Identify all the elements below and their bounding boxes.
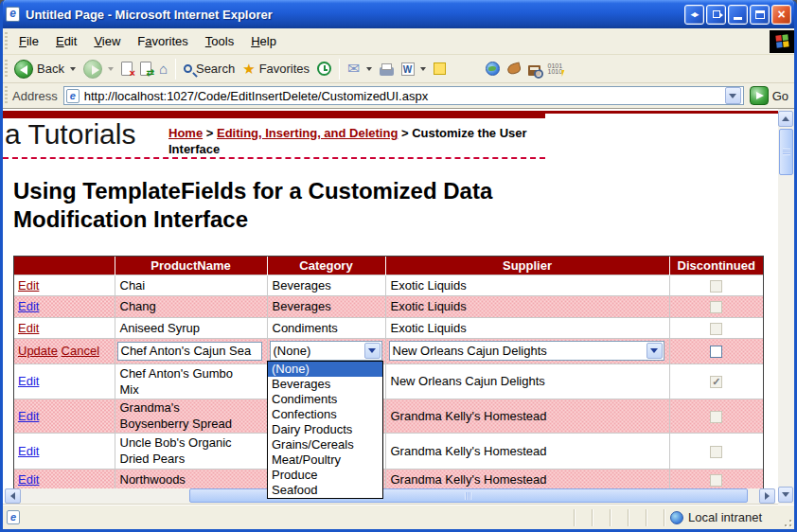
globe-tool-icon [486,62,500,76]
supplier-select-arrow[interactable] [646,343,663,359]
column-header-supplier: Supplier [385,257,669,275]
menu-view[interactable]: View [85,31,129,51]
back-dropdown-icon [70,67,76,71]
product-name: Chang [120,298,245,314]
edit-link[interactable]: Edit [18,472,39,487]
dropdown-option[interactable]: Dairy Products [268,422,382,437]
scroll-left-button[interactable] [5,488,21,504]
breadcrumb-home-link[interactable]: Home [168,126,203,140]
table-header-row: ProductName Category Supplier Discontinu… [14,257,763,275]
book-search-icon [528,65,540,76]
dropdown-option[interactable]: (None) [268,362,382,377]
toolbar-grip[interactable] [5,60,8,79]
favorites-star-icon: ★ [242,62,255,77]
menu-edit[interactable]: Edit [47,31,85,51]
vertical-scrollbar[interactable] [778,109,794,505]
close-icon: × [777,7,785,22]
horizontal-scrollbar[interactable] [5,488,775,504]
table-row: Edit Uncle Bob's Organic Dried Pears Gra… [14,433,763,469]
edit-link[interactable]: Edit [18,321,39,335]
edit-link[interactable]: Edit [18,299,39,313]
word-icon: W [401,62,415,76]
mail-button[interactable]: ✉ [344,58,375,80]
scroll-right-button[interactable] [759,488,775,504]
addon-reference-button[interactable] [524,61,544,78]
back-button[interactable]: Back [10,58,80,80]
refresh-button[interactable]: ⇄ [136,60,155,78]
dashed-divider [3,157,545,159]
category-select-arrow[interactable] [364,343,381,359]
title-bar[interactable]: e Untitled Page - Microsoft Internet Exp… [0,0,797,28]
chevron-down-icon [729,94,736,98]
menu-favorites[interactable]: Favorites [129,31,196,51]
menubar-grip[interactable] [5,32,8,51]
supplier-cell: Exotic Liquids [385,275,669,295]
menu-file[interactable]: File [10,31,47,51]
vertical-scroll-thumb[interactable] [779,129,793,175]
stop-button[interactable]: × [117,60,136,78]
table-row: Edit Chai Beverages Exotic Liquids [14,275,763,295]
discuss-button[interactable] [430,61,450,77]
address-input[interactable]: e http://localhost:1027/Code/EditInsertD… [63,86,744,105]
addon-messenger-button[interactable]: 0101 1010 [544,62,565,77]
edit-link[interactable]: Edit [18,278,39,293]
dropdown-option[interactable]: Seafood [268,483,382,498]
dropdown-option[interactable]: Condiments [268,392,382,407]
discontinued-checkbox [710,301,722,313]
product-name-input[interactable]: Chef Anton's Cajun Sea [117,342,262,361]
scroll-up-button[interactable] [778,111,793,127]
research-button[interactable] [482,60,504,78]
resize-grip[interactable] [781,505,794,529]
address-dropdown-button[interactable] [725,87,741,104]
go-label[interactable]: Go [772,89,788,103]
history-icon [317,62,331,76]
breadcrumb-section-link[interactable]: Editing, Inserting, and Deleting [217,126,398,140]
update-link[interactable]: Update [18,344,58,358]
minimize-icon [734,17,742,20]
dropdown-option[interactable]: Confections [268,407,382,422]
edit-with-word-button[interactable]: W [398,61,430,78]
supplier-cell: Grandma Kelly's Homestead [385,399,669,433]
chevron-down-icon [782,492,789,497]
close-button[interactable]: × [771,5,791,25]
table-row: Edit Aniseed Syrup Condiments Exotic Liq… [14,317,763,338]
print-button[interactable] [376,61,398,78]
addon-bird-button[interactable] [504,62,524,76]
cancel-link[interactable]: Cancel [62,344,99,358]
history-button[interactable] [313,60,335,78]
dropdown-option[interactable]: Meat/Poultry [268,452,382,468]
product-name: Grandma's Boysenberry Spread [120,399,245,432]
dropdown-option[interactable]: Grains/Cereals [268,437,382,452]
edit-link[interactable]: Edit [18,374,39,388]
category-select[interactable]: (None) [270,341,382,361]
split-view-button[interactable]: ◂▸ [684,5,704,25]
search-icon [184,64,192,73]
favorites-button[interactable]: ★Favorites [239,60,313,79]
home-button[interactable]: ⌂ [155,60,171,79]
intranet-globe-icon [670,511,683,524]
menu-tools[interactable]: Tools [197,31,242,51]
product-name: Northwoods [120,471,245,488]
minimize-button[interactable] [728,5,748,25]
forward-button[interactable] [80,58,117,80]
supplier-select[interactable]: New Orleans Cajun Delights [389,341,664,361]
go-button[interactable] [750,86,769,105]
standard-toolbar: Back × ⇄ ⌂ Search ★Favorites ✉ W 0101 10… [3,55,794,83]
dropdown-option[interactable]: Beverages [268,377,382,392]
maximize-button[interactable] [750,5,770,25]
breadcrumb-separator: > [206,126,214,140]
popout-button[interactable] [706,5,726,25]
discontinued-checkbox[interactable] [710,346,722,358]
browser-window: e Untitled Page - Microsoft Internet Exp… [0,0,797,532]
menu-help[interactable]: Help [242,31,285,51]
edit-link[interactable]: Edit [18,444,39,458]
search-button[interactable]: Search [180,60,239,78]
dropdown-option[interactable]: Produce [268,468,382,483]
address-url[interactable]: http://localhost:1027/Code/EditInsertDel… [84,89,725,103]
edit-link[interactable]: Edit [18,409,39,423]
product-name: Chef Anton's Gumbo Mix [120,365,245,398]
addressbar-grip[interactable] [5,86,8,105]
status-pane [574,509,592,526]
discontinued-checkbox [710,411,722,423]
scroll-down-button[interactable] [778,487,793,503]
